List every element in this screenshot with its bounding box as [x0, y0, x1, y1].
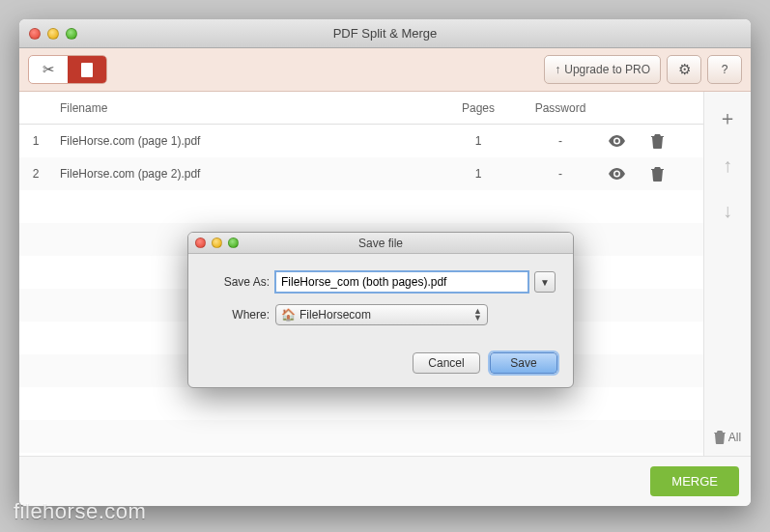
- move-up-button[interactable]: ↑: [723, 154, 732, 177]
- preview-icon[interactable]: [609, 168, 651, 180]
- document-icon: [81, 63, 93, 77]
- merge-mode-button[interactable]: [68, 56, 106, 83]
- dialog-close-button[interactable]: [195, 238, 206, 248]
- svg-point-1: [615, 172, 619, 176]
- cancel-button[interactable]: Cancel: [413, 352, 480, 374]
- expand-dialog-button[interactable]: ▼: [534, 271, 556, 293]
- window-title: PDF Split & Merge: [19, 26, 751, 41]
- dialog-maximize-button[interactable]: [228, 238, 239, 248]
- chevron-down-icon: ▼: [540, 277, 550, 288]
- close-window-button[interactable]: [29, 28, 41, 40]
- upgrade-label: Upgrade to PRO: [564, 63, 650, 76]
- delete-all-label: All: [728, 431, 741, 444]
- titlebar: PDF Split & Merge: [19, 19, 751, 48]
- upgrade-button[interactable]: ↑ Upgrade to PRO: [544, 55, 661, 84]
- upgrade-arrow-icon: ↑: [555, 63, 560, 76]
- gear-icon: ⚙: [678, 61, 691, 78]
- svg-point-0: [615, 139, 619, 143]
- toolbar: ✂ ↑ Upgrade to PRO ⚙ ?: [19, 48, 751, 92]
- help-button[interactable]: ?: [707, 55, 742, 84]
- home-icon: 🏠: [282, 309, 295, 322]
- minimize-window-button[interactable]: [47, 28, 59, 40]
- delete-row-icon[interactable]: [651, 167, 703, 182]
- row-password: -: [512, 167, 609, 181]
- table-header: Filename Pages Password: [19, 92, 703, 125]
- help-icon: ?: [722, 63, 728, 76]
- dialog-titlebar: Save file: [188, 233, 573, 254]
- preview-icon[interactable]: [609, 135, 651, 147]
- save-button[interactable]: Save: [490, 352, 557, 374]
- table-row[interactable]: 1 FileHorse.com (page 1).pdf 1 -: [19, 125, 703, 157]
- save-dialog: Save file Save As: ▼ Where: 🏠 FileHorsec…: [187, 232, 574, 388]
- row-password: -: [512, 134, 609, 148]
- settings-button[interactable]: ⚙: [667, 55, 701, 84]
- row-index: 1: [19, 134, 52, 148]
- save-as-input[interactable]: [275, 271, 528, 293]
- dialog-minimize-button[interactable]: [212, 238, 222, 248]
- save-as-label: Save As:: [206, 275, 270, 289]
- header-password: Password: [512, 101, 609, 115]
- delete-row-icon[interactable]: [651, 134, 703, 149]
- row-filename: FileHorse.com (page 1).pdf: [52, 134, 444, 148]
- scissors-icon: ✂: [43, 61, 55, 78]
- maximize-window-button[interactable]: [66, 28, 77, 40]
- traffic-lights: [29, 28, 77, 40]
- row-pages: 1: [444, 167, 512, 181]
- table-row[interactable]: 2 FileHorse.com (page 2).pdf 1 -: [19, 157, 703, 190]
- header-filename: Filename: [52, 101, 444, 115]
- add-file-button[interactable]: ＋: [718, 105, 737, 131]
- where-select[interactable]: 🏠 FileHorsecom ▲▼: [275, 304, 488, 325]
- trash-icon: [714, 431, 726, 444]
- mode-toggle: ✂: [28, 55, 107, 84]
- watermark: filehorse.com: [14, 499, 146, 524]
- split-mode-button[interactable]: ✂: [29, 56, 68, 83]
- row-index: 2: [19, 167, 52, 181]
- where-value: FileHorsecom: [299, 308, 371, 322]
- row-filename: FileHorse.com (page 2).pdf: [52, 167, 444, 181]
- delete-all-button[interactable]: All: [714, 431, 741, 444]
- select-arrows-icon: ▲▼: [473, 308, 482, 322]
- merge-button[interactable]: MERGE: [650, 466, 739, 496]
- where-label: Where:: [206, 308, 270, 322]
- dialog-title: Save file: [188, 237, 573, 250]
- move-down-button[interactable]: ↓: [723, 200, 732, 222]
- row-pages: 1: [444, 134, 512, 148]
- header-pages: Pages: [444, 101, 512, 115]
- side-controls: ＋ ↑ ↓ All: [704, 92, 751, 456]
